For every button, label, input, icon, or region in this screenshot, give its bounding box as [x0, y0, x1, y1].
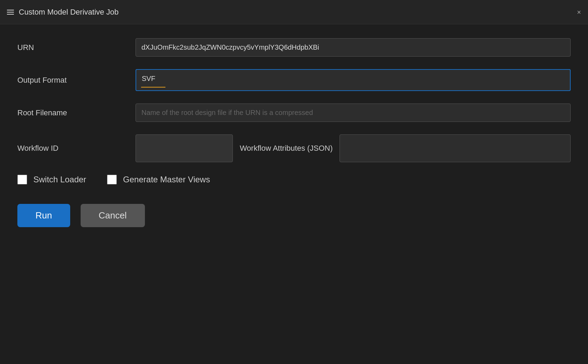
urn-input[interactable] [136, 38, 571, 57]
workflow-id-label: Workflow ID [17, 144, 129, 153]
output-format-label: Output Format [17, 76, 129, 85]
form-container: URN Output Format Root Filename Workflow… [0, 24, 588, 241]
workflow-attributes-label: Workflow Attributes (JSON) [240, 144, 333, 153]
menu-icon[interactable] [7, 10, 14, 15]
dialog-title: Custom Model Derivative Job [19, 8, 572, 17]
urn-row: URN [17, 38, 571, 57]
switch-loader-label: Switch Loader [33, 175, 86, 184]
urn-label: URN [17, 43, 129, 52]
root-filename-input[interactable] [136, 104, 571, 122]
workflow-attributes-input[interactable] [340, 134, 571, 162]
cancel-button[interactable]: Cancel [81, 204, 145, 227]
close-icon[interactable]: × [577, 9, 581, 16]
switch-loader-checkbox-item[interactable]: Switch Loader [17, 175, 86, 184]
root-filename-row: Root Filename [17, 104, 571, 122]
output-format-underline [141, 87, 165, 88]
output-format-wrapper [136, 69, 571, 91]
switch-loader-checkbox[interactable] [17, 175, 27, 184]
generate-master-views-checkbox[interactable] [107, 175, 117, 184]
root-filename-label: Root Filename [17, 108, 129, 117]
workflow-id-input[interactable] [136, 134, 233, 162]
title-bar: Custom Model Derivative Job × [0, 0, 588, 24]
output-format-input[interactable] [136, 69, 571, 91]
checkboxes-row: Switch Loader Generate Master Views [17, 175, 571, 184]
workflow-row: Workflow ID Workflow Attributes (JSON) [17, 134, 571, 162]
run-button[interactable]: Run [17, 204, 70, 227]
button-row: Run Cancel [17, 197, 571, 227]
generate-master-views-checkbox-item[interactable]: Generate Master Views [107, 175, 210, 184]
output-format-row: Output Format [17, 69, 571, 91]
generate-master-views-label: Generate Master Views [123, 175, 210, 184]
